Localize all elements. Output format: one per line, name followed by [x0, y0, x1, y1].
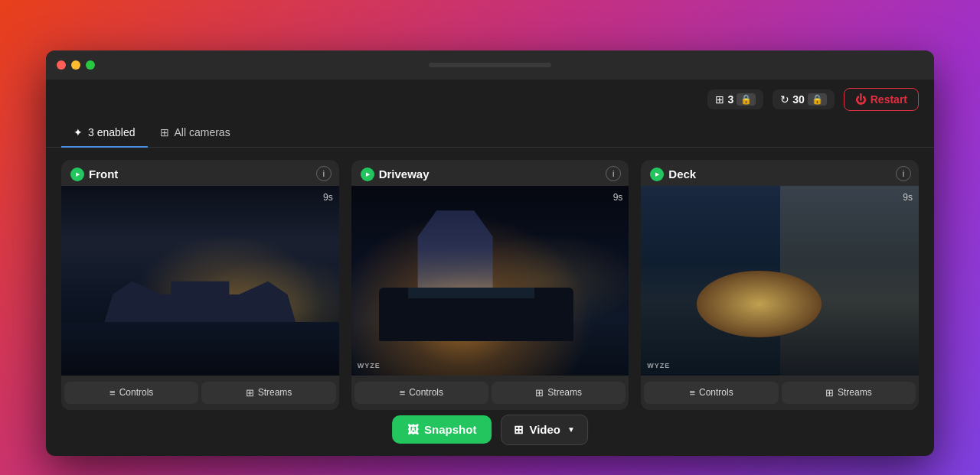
- snapshot-button[interactable]: 🖼 Snapshot: [392, 415, 492, 444]
- streams-label-driveway: Streams: [547, 387, 582, 398]
- camera-header-driveway: Driveway i: [351, 160, 629, 186]
- nav-tabs: ✦ 3 enabled ⊞ All cameras: [46, 119, 934, 148]
- snapshot-label: Snapshot: [424, 423, 476, 436]
- controls-icon-front: ≡: [109, 387, 116, 399]
- power-icon: ⏻: [855, 93, 866, 106]
- snapshot-icon: 🖼: [407, 423, 419, 436]
- camera-name-front: Front: [89, 168, 118, 181]
- camera-grid: Front i 9s WYZE ≡ Controls ⊞ Streams: [46, 148, 934, 456]
- streams-icon-driveway: ⊞: [535, 387, 544, 399]
- controls-label-deck: Controls: [699, 387, 733, 398]
- camera-card-driveway: Driveway i 9s WYZE ≡ Controls ⊞ Streams: [351, 160, 629, 410]
- camera-footer-deck: ≡ Controls ⊞ Streams: [641, 376, 919, 410]
- video-button[interactable]: ⊞ Video ▼: [501, 415, 587, 445]
- wyze-logo-front: WYZE: [67, 362, 90, 369]
- close-button[interactable]: [57, 60, 66, 70]
- traffic-lights: [57, 60, 95, 70]
- car-silhouette: [379, 288, 573, 340]
- grid-control[interactable]: ⊞ 3 🔒: [707, 89, 763, 109]
- wyze-logo-deck: WYZE: [647, 362, 670, 369]
- feed-bg-driveway: 9s WYZE: [351, 186, 629, 376]
- refresh-count: 30: [792, 93, 805, 106]
- camera-name-driveway: Driveway: [379, 168, 430, 181]
- camera-card-deck: Deck i 9s WYZE ≡ Controls ⊞ Streams: [641, 160, 919, 410]
- refresh-icon: ↻: [780, 93, 789, 106]
- wyze-logo-driveway: WYZE: [358, 362, 381, 369]
- titlebar: [46, 50, 934, 80]
- feed-bg-front: 9s WYZE: [61, 186, 339, 376]
- grid-badge: 🔒: [737, 93, 756, 106]
- controls-icon-deck: ≡: [689, 387, 695, 399]
- streams-label-deck: Streams: [838, 387, 872, 398]
- camera-feed-front[interactable]: 9s WYZE: [61, 186, 339, 376]
- toolbar: ⊞ 3 🔒 ↻ 30 🔒 ⏻ Restart: [46, 80, 934, 119]
- tab-all-cameras[interactable]: ⊞ All cameras: [148, 120, 243, 148]
- streams-icon-front: ⊞: [246, 387, 254, 399]
- controls-icon-driveway: ≡: [400, 387, 406, 399]
- live-icon-deck: [650, 168, 664, 181]
- app-window: ⊞ 3 🔒 ↻ 30 🔒 ⏻ Restart ✦ 3 enabled ⊞ All…: [46, 50, 934, 456]
- controls-button-driveway[interactable]: ≡ Controls: [354, 382, 488, 404]
- feed-bg-deck: 9s WYZE: [641, 186, 919, 376]
- grid-icon: ⊞: [715, 93, 724, 106]
- controls-label-driveway: Controls: [409, 387, 443, 398]
- cameras-icon: ⊞: [160, 126, 169, 138]
- refresh-badge: 🔒: [808, 93, 827, 106]
- bottom-bar: 🖼 Snapshot ⊞ Video ▼: [392, 415, 588, 445]
- camera-footer-driveway: ≡ Controls ⊞ Streams: [351, 376, 629, 410]
- tab-enabled-label: 3 enabled: [88, 126, 136, 138]
- camera-header-front: Front i: [61, 160, 339, 186]
- titlebar-drag: [429, 63, 551, 67]
- streams-button-front[interactable]: ⊞ Streams: [201, 382, 335, 404]
- controls-button-deck[interactable]: ≡ Controls: [644, 382, 778, 404]
- streams-button-driveway[interactable]: ⊞ Streams: [492, 382, 626, 404]
- video-label: Video: [529, 423, 560, 436]
- camera-name-deck: Deck: [668, 168, 696, 181]
- camera-footer-front: ≡ Controls ⊞ Streams: [61, 376, 339, 410]
- tab-enabled[interactable]: ✦ 3 enabled: [61, 120, 148, 148]
- timestamp-front: 9s: [323, 192, 333, 203]
- live-icon-driveway: [361, 168, 374, 181]
- camera-header-deck: Deck i: [641, 160, 919, 186]
- controls-button-front[interactable]: ≡ Controls: [64, 382, 198, 404]
- minimize-button[interactable]: [71, 60, 80, 70]
- timestamp-deck: 9s: [903, 192, 913, 203]
- info-button-front[interactable]: i: [316, 166, 332, 181]
- restart-button[interactable]: ⏻ Restart: [844, 88, 919, 111]
- info-button-driveway[interactable]: i: [606, 166, 621, 181]
- controls-label-front: Controls: [119, 387, 154, 398]
- camera-feed-driveway[interactable]: 9s WYZE: [351, 186, 629, 376]
- tab-cameras-label: All cameras: [175, 126, 230, 138]
- video-icon: ⊞: [514, 423, 524, 437]
- deck-table: [697, 271, 822, 337]
- streams-label-front: Streams: [258, 387, 292, 398]
- streams-icon-deck: ⊞: [825, 387, 834, 399]
- maximize-button[interactable]: [86, 60, 95, 70]
- grid-count: 3: [727, 93, 733, 106]
- info-button-deck[interactable]: i: [896, 166, 911, 181]
- live-icon-front: [70, 168, 84, 181]
- chevron-down-icon: ▼: [567, 425, 575, 434]
- restart-label: Restart: [871, 93, 907, 106]
- timestamp-driveway: 9s: [613, 192, 623, 203]
- enabled-icon: ✦: [74, 126, 83, 138]
- camera-feed-deck[interactable]: 9s WYZE: [641, 186, 919, 376]
- refresh-control[interactable]: ↻ 30 🔒: [773, 89, 835, 109]
- camera-card-front: Front i 9s WYZE ≡ Controls ⊞ Streams: [61, 160, 339, 410]
- streams-button-deck[interactable]: ⊞ Streams: [782, 382, 916, 404]
